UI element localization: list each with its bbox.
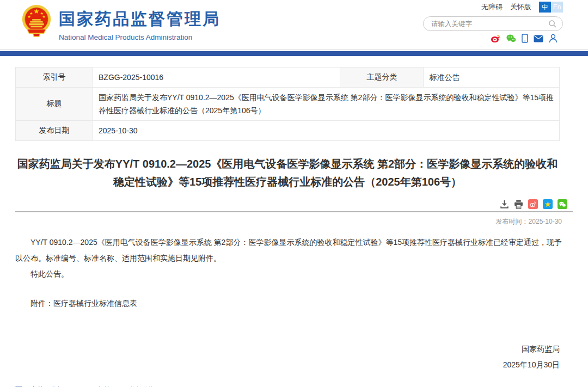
share-weibo-icon[interactable] bbox=[528, 199, 538, 209]
publish-time: 发布时间：2025-10-30 bbox=[15, 217, 562, 226]
user-icon[interactable] bbox=[549, 34, 558, 43]
language-switch: 中 En bbox=[539, 2, 563, 13]
signature-date: 2025年10月30日 bbox=[15, 357, 560, 373]
article-paragraph: 特此公告。 bbox=[15, 266, 564, 282]
site-title: 国家药品监督管理局 bbox=[59, 8, 220, 30]
title-label: 标题 bbox=[16, 88, 93, 121]
top-utility-bar: 无障碍 关怀版 中 En bbox=[481, 2, 563, 13]
mobile-icon[interactable] bbox=[522, 34, 528, 43]
attachment-reference: 附件：医疗器械行业标准信息表 bbox=[15, 296, 564, 311]
svg-text:★: ★ bbox=[27, 15, 30, 19]
main-content: 索引号 BZGG-2025-10016 主题分类 标准公告 标题 国家药监局关于… bbox=[15, 67, 573, 387]
category-label: 主题分类 bbox=[340, 67, 424, 88]
weibo-icon[interactable] bbox=[491, 34, 501, 43]
search-input[interactable] bbox=[431, 20, 548, 28]
article-toolbar: ★ bbox=[15, 199, 567, 209]
accessibility-link[interactable]: 无障碍 bbox=[481, 2, 503, 12]
index-value: BZGG-2025-10016 bbox=[93, 67, 340, 88]
document-meta-table: 索引号 BZGG-2025-10016 主题分类 标准公告 标题 国家药监局关于… bbox=[15, 67, 560, 141]
header-accent-bar bbox=[0, 51, 588, 56]
search-box bbox=[423, 16, 563, 31]
table-row: 索引号 BZGG-2025-10016 主题分类 标准公告 bbox=[16, 67, 560, 88]
lang-zh-button[interactable]: 中 bbox=[539, 2, 551, 13]
mail-icon[interactable] bbox=[534, 35, 543, 42]
category-value: 标准公告 bbox=[424, 67, 560, 88]
lang-en-button[interactable]: En bbox=[551, 2, 563, 13]
header-social-icons bbox=[491, 34, 558, 43]
title-value: 国家药监局关于发布YY/T 0910.2—2025《医用电气设备医学影像显示系统… bbox=[93, 88, 560, 121]
publish-date-label: 发布日期 bbox=[16, 121, 93, 141]
title-divider bbox=[15, 211, 573, 212]
page-title: 国家药监局关于发布YY/T 0910.2—2025《医用电气设备医学影像显示系统… bbox=[15, 155, 560, 191]
site-header: ★ ★ ★ ★ ★ 国家药品监督管理局 National Medical Pro… bbox=[0, 0, 588, 50]
svg-text:★: ★ bbox=[42, 15, 46, 19]
signature-block: 国家药监局 2025年10月30日 bbox=[15, 341, 560, 373]
care-version-link[interactable]: 关怀版 bbox=[510, 2, 531, 12]
wechat-icon[interactable] bbox=[506, 34, 516, 43]
national-emblem-logo: ★ ★ ★ ★ ★ bbox=[20, 3, 53, 41]
signature-org: 国家药监局 bbox=[15, 341, 560, 357]
download-icon[interactable] bbox=[500, 200, 509, 209]
index-label: 索引号 bbox=[16, 67, 93, 88]
print-icon[interactable] bbox=[514, 200, 523, 209]
site-brand: 国家药品监督管理局 National Medical Products Admi… bbox=[59, 8, 220, 41]
site-subtitle: National Medical Products Administration bbox=[59, 33, 220, 41]
article-paragraph: YY/T 0910.2—2025《医用电气设备医学影像显示系统 第2部分：医学影… bbox=[15, 235, 564, 266]
table-row: 标题 国家药监局关于发布YY/T 0910.2—2025《医用电气设备医学影像显… bbox=[16, 88, 560, 121]
svg-text:★: ★ bbox=[33, 8, 39, 15]
search-icon[interactable] bbox=[548, 20, 557, 28]
share-qzone-icon[interactable]: ★ bbox=[543, 199, 553, 209]
article-body: YY/T 0910.2—2025《医用电气设备医学影像显示系统 第2部分：医学影… bbox=[15, 235, 564, 311]
share-wechat-icon[interactable] bbox=[558, 199, 567, 209]
table-row: 发布日期 2025-10-30 bbox=[16, 121, 560, 141]
publish-date-value: 2025-10-30 bbox=[93, 121, 560, 141]
